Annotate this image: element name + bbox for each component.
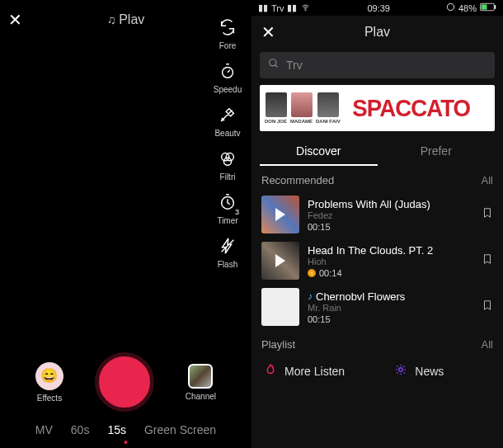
playlist-row: More Listen News [252,356,503,386]
song-cover [261,196,299,233]
signal-icon-2: ▮▮ [287,2,297,13]
svg-rect-10 [495,5,496,9]
music-topbar: ✕ Plav [252,16,503,49]
playlist-label-text: More Listen [284,365,345,378]
song-duration: 00:15 [308,222,473,232]
recommended-label: Recommended [261,174,334,186]
status-time: 09:39 [367,3,390,13]
music-note-icon: ♪ [308,290,313,302]
artist-name: DANI FAIV [316,119,341,124]
mode-15s[interactable]: 15s [107,423,126,436]
banner-title: SPACCATO [352,94,470,122]
playlist-label-text: News [415,365,444,378]
mode-mv[interactable]: MV [35,423,53,436]
song-info: ♪Chernobvl Flowers Mr. Rain 00:15 [308,290,473,324]
camera-bottom: 😄 Effects Channel MV 60s 15s Green Scree… [0,352,252,448]
channel-icon [188,364,213,389]
artist-name: MADAME [290,119,313,124]
record-button[interactable] [95,352,154,412]
promo-banner[interactable]: DON JOE MADAME DANI FAIV SPACCATO [260,85,495,131]
sparkle-icon [393,362,408,380]
close-button[interactable]: ✕ [261,22,281,42]
battery-percent: 48% [458,3,477,13]
camera-screen: ✕ ♫ Plav Fore Speedu Beautv [0,0,252,448]
tool-flip-label: Fore [219,41,237,50]
playlist-all-link[interactable]: All [482,338,493,351]
recommended-all-link[interactable]: All [482,174,493,186]
song-info: Head In The Clouds. PT. 2 Hioh 00:14 [308,244,473,278]
song-info: Problems With All (Judas) Fedez 00:15 [308,198,473,232]
flash-icon [219,237,237,258]
song-artist: Hioh [308,257,473,266]
song-title: Problems With All (Judas) [308,198,473,210]
svg-line-12 [275,65,278,68]
battery-icon [480,2,496,13]
svg-point-2 [226,153,233,161]
capture-row: 😄 Effects Channel [0,352,252,418]
banner-artist-2: MADAME [290,92,313,124]
svg-point-11 [270,59,276,66]
tool-filters-label: Filtri [220,172,236,182]
music-tabs: Discover Prefer [260,138,495,166]
music-picker-screen: ▮▮ Trv ▮▮ 09:39 48% ✕ Plav Trv [252,0,503,448]
bookmark-button[interactable] [482,299,493,314]
wifi-icon [300,3,311,13]
tool-speed-label: Speedu [214,85,242,94]
playlist-more-listen[interactable]: More Listen [263,362,385,380]
tool-beauty[interactable]: Beautv [210,106,245,138]
song-cover [261,288,299,326]
song-duration: 00:15 [308,314,473,324]
mode-indicator-dot: • [0,440,252,448]
carrier-label: Trv [271,3,284,13]
effects-label: Effects [37,394,62,403]
song-title: Head In The Clouds. PT. 2 [308,244,473,257]
bookmark-button[interactable] [482,253,493,268]
speed-icon [219,62,237,83]
timer-digit: 3 [235,208,239,216]
playlist-news[interactable]: News [393,362,491,380]
song-row[interactable]: Head In The Clouds. PT. 2 Hioh 00:14 [252,238,503,284]
tab-prefer[interactable]: Prefer [378,138,496,166]
song-title: ♪Chernobvl Flowers [308,290,473,303]
svg-point-13 [399,368,403,372]
bookmark-button[interactable] [482,207,493,222]
channel-button[interactable]: Channel [186,364,216,401]
tool-filters[interactable]: Filtri [210,149,245,182]
mode-60s[interactable]: 60s [71,423,90,436]
tool-beauty-label: Beautv [214,129,240,138]
play-overlay-icon [275,208,285,221]
playlist-label: Playlist [261,338,295,351]
tool-flash-label: Flash [218,260,237,269]
search-placeholder: Trv [286,59,303,72]
tool-flip[interactable]: Fore [210,18,245,50]
artist-thumb [291,92,313,117]
artist-name: DON JOE [265,119,287,124]
song-row[interactable]: Problems With All (Judas) Fedez 00:15 [252,191,503,238]
song-cover [261,242,299,280]
svg-rect-9 [482,4,487,9]
hot-icon [308,269,316,277]
svg-point-7 [447,3,454,10]
tab-discover[interactable]: Discover [260,138,378,166]
artist-thumb [317,92,339,117]
song-row[interactable]: ♪Chernobvl Flowers Mr. Rain 00:15 [252,284,503,330]
svg-point-3 [223,158,231,165]
artist-thumb [266,92,287,117]
effects-button[interactable]: 😄 Effects [35,362,63,403]
camera-title: Plav [119,12,144,27]
tool-speed[interactable]: Speedu [210,62,245,94]
music-title: Plav [281,25,473,40]
music-play-button[interactable]: ♫ Plav [33,12,219,27]
song-artist: Mr. Rain [308,303,473,313]
camera-sidetools: Fore Speedu Beautv Filtri 3 Timer [210,18,245,269]
tool-timer[interactable]: 3 Timer [210,193,245,225]
recommended-header: Recommended All [252,166,503,191]
banner-artist-1: DON JOE [265,92,287,124]
music-note-icon: ♫ [107,13,116,26]
timer-icon: 3 [219,193,237,215]
close-button[interactable]: ✕ [8,10,33,30]
mode-green-screen[interactable]: Green Screen [144,423,216,436]
tool-flash[interactable]: Flash [210,237,245,269]
search-icon [268,58,280,73]
search-input[interactable]: Trv [260,52,495,78]
